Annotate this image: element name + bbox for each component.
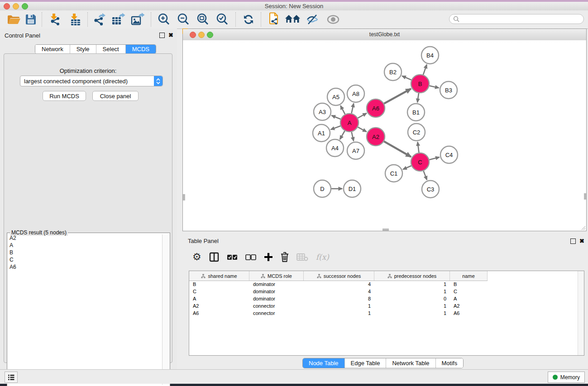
graph-node-C4[interactable]: C4 xyxy=(440,146,458,163)
graph-node-A6[interactable]: A6 xyxy=(367,99,385,117)
tab-style[interactable]: Style xyxy=(70,45,96,53)
graph-edge-C-C3[interactable] xyxy=(424,171,427,180)
network-canvas[interactable]: AA1A2A3A4A5A6A7A8BB1B2B3B4CC1C2C3C4DD1 xyxy=(183,40,586,231)
graph-node-A4[interactable]: A4 xyxy=(326,139,344,157)
result-list-item[interactable]: C xyxy=(7,256,162,263)
tab-edge-table[interactable]: Edge Table xyxy=(345,358,387,368)
import-table-icon[interactable] xyxy=(66,12,84,27)
task-history-button[interactable] xyxy=(5,372,18,383)
tab-network-table[interactable]: Network Table xyxy=(386,358,435,368)
delete-column-icon[interactable] xyxy=(281,252,289,262)
close-window-button[interactable] xyxy=(4,3,10,10)
graph-node-A2[interactable]: A2 xyxy=(367,128,385,146)
minimize-window-button[interactable] xyxy=(13,3,19,10)
search-input[interactable] xyxy=(459,15,583,23)
tab-network[interactable]: Network xyxy=(35,45,70,53)
column-header[interactable]: shared name xyxy=(189,271,249,281)
mcds-result-list[interactable]: A2ABCA6 xyxy=(7,234,162,385)
run-mcds-button[interactable]: Run MCDS xyxy=(43,91,86,101)
tab-motifs[interactable]: Motifs xyxy=(436,358,464,368)
show-columns-icon[interactable] xyxy=(209,252,219,262)
save-session-icon[interactable] xyxy=(22,12,40,27)
graph-edge-A-A4[interactable] xyxy=(340,131,345,139)
column-header[interactable]: successor nodes xyxy=(304,271,374,281)
graph-node-B[interactable]: B xyxy=(411,75,429,93)
column-header[interactable]: predecessor nodes xyxy=(374,271,450,281)
zoom-fit-icon[interactable] xyxy=(194,12,212,27)
column-header[interactable]: MCDS role xyxy=(249,271,304,281)
node-table[interactable]: shared nameMCDS rolesuccessor nodesprede… xyxy=(189,271,584,356)
graph-node-A[interactable]: A xyxy=(340,114,359,132)
graph-edge-A-A3[interactable] xyxy=(331,115,340,119)
network-window-titlebar[interactable]: testGlobe.txt xyxy=(183,29,586,41)
float-panel-icon[interactable] xyxy=(159,33,165,38)
export-image-icon[interactable] xyxy=(129,12,147,27)
table-row[interactable]: Cdominator41C xyxy=(189,288,488,295)
network-close-button[interactable] xyxy=(190,32,196,38)
graph-edge-C-C1[interactable] xyxy=(403,166,411,169)
graph-edge-A-A5[interactable] xyxy=(340,105,345,114)
graph-node-C3[interactable]: C3 xyxy=(422,181,439,198)
graph-edge-A-A8[interactable] xyxy=(351,103,354,113)
graph-edge-A2-C[interactable] xyxy=(384,141,411,157)
graph-edge-A-A1[interactable] xyxy=(331,126,341,129)
window-resize-grip[interactable] xyxy=(581,225,586,230)
maximize-window-button[interactable] xyxy=(22,3,28,10)
right-scroll-indicator[interactable] xyxy=(584,193,586,200)
refresh-icon[interactable] xyxy=(239,12,258,27)
import-network-icon[interactable] xyxy=(46,12,64,27)
zoom-out-icon[interactable] xyxy=(174,12,192,27)
result-list-item[interactable]: B xyxy=(7,249,162,256)
graph-node-C2[interactable]: C2 xyxy=(408,124,425,141)
graph-edge-A-A6[interactable] xyxy=(358,113,366,118)
network-maximize-button[interactable] xyxy=(207,32,213,38)
graph-node-D[interactable]: D xyxy=(314,180,331,197)
table-scrollbar[interactable] xyxy=(578,271,584,355)
result-list-item[interactable]: A2 xyxy=(7,234,162,242)
open-session-icon[interactable] xyxy=(5,12,23,27)
graph-node-B4[interactable]: B4 xyxy=(421,47,439,64)
tab-select[interactable]: Select xyxy=(96,45,126,53)
select-stepper-icon[interactable] xyxy=(154,76,163,86)
close-panel-icon[interactable]: ✖ xyxy=(168,33,173,38)
graph-node-A3[interactable]: A3 xyxy=(314,103,331,120)
result-list-item[interactable]: A xyxy=(7,242,162,249)
select-all-icon[interactable] xyxy=(227,254,238,260)
result-scrollbar[interactable] xyxy=(162,234,169,385)
new-network-from-selection-icon[interactable] xyxy=(266,12,284,27)
graph-node-D1[interactable]: D1 xyxy=(344,180,361,197)
hide-details-icon[interactable] xyxy=(303,12,321,27)
left-scroll-indicator[interactable] xyxy=(183,194,185,200)
graph-node-B1[interactable]: B1 xyxy=(407,104,425,121)
bottom-scroll-indicator[interactable] xyxy=(382,229,389,231)
zoom-selected-icon[interactable] xyxy=(213,12,231,27)
graph-node-A7[interactable]: A7 xyxy=(347,142,364,159)
graph-edge-A-A7[interactable] xyxy=(352,132,354,141)
export-network-icon[interactable] xyxy=(90,12,108,27)
graph-edge-A6-B[interactable] xyxy=(384,89,411,104)
network-minimize-button[interactable] xyxy=(198,32,205,38)
graph-node-C[interactable]: C xyxy=(411,153,429,171)
graph-node-A8[interactable]: A8 xyxy=(347,85,364,102)
graph-edge-B-B3[interactable] xyxy=(429,86,439,88)
close-panel-button[interactable]: Close panel xyxy=(92,91,139,101)
close-panel-icon[interactable]: ✖ xyxy=(579,239,584,243)
graph-node-A1[interactable]: A1 xyxy=(313,124,330,142)
memory-button[interactable]: Memory xyxy=(548,372,585,383)
graph-edge-B-B4[interactable] xyxy=(423,65,427,75)
graph-edge-B-B1[interactable] xyxy=(417,93,419,102)
export-table-icon[interactable] xyxy=(109,12,127,27)
graph-edge-A-A2[interactable] xyxy=(358,127,367,132)
zoom-in-icon[interactable] xyxy=(155,12,173,27)
add-column-icon[interactable] xyxy=(264,253,273,262)
tab-node-table[interactable]: Node Table xyxy=(303,358,345,368)
show-details-icon[interactable] xyxy=(324,12,342,27)
graph-node-C1[interactable]: C1 xyxy=(385,165,402,182)
home-icon[interactable] xyxy=(284,12,302,27)
graph-node-A5[interactable]: A5 xyxy=(327,88,344,105)
table-row[interactable]: Adominator80A xyxy=(189,295,488,302)
table-row[interactable]: A6connector11A6 xyxy=(189,310,488,317)
network-graph[interactable]: AA1A2A3A4A5A6A7A8BB1B2B3B4CC1C2C3C4DD1 xyxy=(183,40,586,231)
search-field[interactable] xyxy=(449,14,584,24)
graph-edge-C-C2[interactable] xyxy=(418,142,419,152)
